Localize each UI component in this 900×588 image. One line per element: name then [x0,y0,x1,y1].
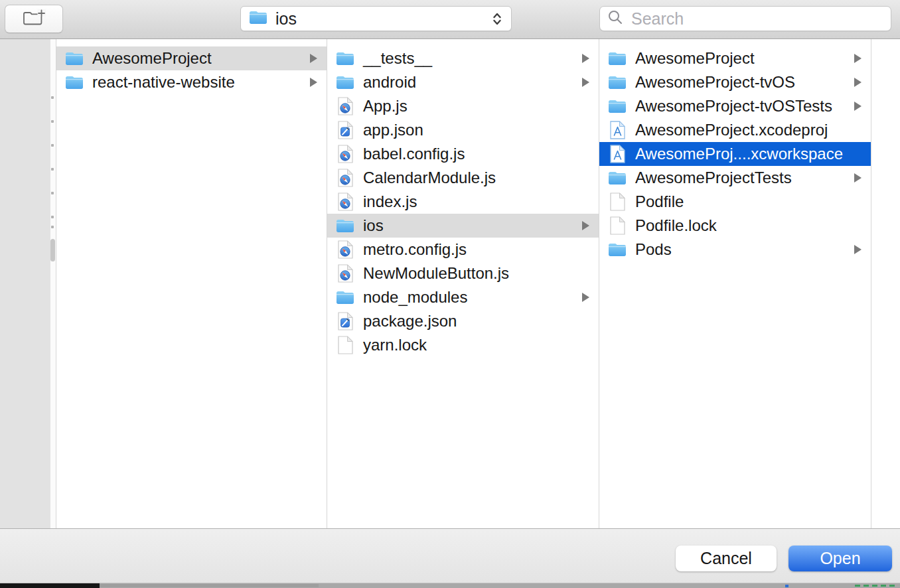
item-label: CalendarModule.js [363,169,496,187]
disclosure-arrow-icon [854,54,862,63]
list-item[interactable]: AwesomeProj....xcworkspace [599,142,871,166]
item-label: AwesomeProject-tvOSTests [635,97,832,115]
search-field [599,6,891,31]
background-window-strip [0,583,900,588]
list-item[interactable]: metro.config.js [327,238,599,261]
list-item[interactable]: app.json [327,118,599,142]
json-file-icon [335,311,355,331]
item-label: android [363,73,416,92]
tick-mark [51,168,54,171]
list-item[interactable]: node_modules [327,285,599,309]
js-file-icon [335,144,355,164]
list-item[interactable]: NewModuleButton.js [327,261,599,285]
json-file-icon [335,120,355,140]
item-label: Pods [635,240,672,259]
disclosure-arrow-icon [582,221,589,230]
xcode-file-icon [607,144,627,164]
item-label: Podfile [635,192,684,211]
list-item[interactable]: AwesomeProject-tvOS [599,70,871,94]
folder-icon [335,287,355,307]
item-label: package.json [363,312,457,331]
folder-icon [249,10,267,27]
file-icon [607,192,627,212]
cancel-button[interactable]: Cancel [676,546,777,571]
list-item[interactable]: Podfile [599,190,871,214]
clipped-column [0,39,56,528]
folder-icon [607,48,627,68]
disclosure-arrow-icon [582,54,589,63]
list-item[interactable]: AwesomeProject [599,46,871,70]
list-item[interactable]: AwesomeProject [56,46,327,70]
list-item[interactable]: CalendarModule.js [327,166,599,190]
chevron-updown-icon [491,11,503,27]
search-input[interactable] [630,9,883,29]
new-folder-button[interactable] [5,5,63,33]
item-label: AwesomeProjectTests [635,169,792,187]
toolbar: ios [0,0,900,39]
empty-column-area [871,39,900,528]
tick-mark [51,120,54,123]
disclosure-arrow-icon [582,293,589,302]
open-file-dialog: ios AwesomeProjectreact-native-website _… [0,0,900,588]
list-item[interactable]: AwesomeProject-tvOSTests [599,94,871,118]
folder-icon [607,168,627,188]
tick-mark [51,226,54,228]
file-column-2: __tests__androidApp.jsapp.jsonbabel.conf… [327,39,599,528]
disclosure-arrow-icon [310,54,317,63]
item-label: App.js [363,97,408,115]
list-item[interactable]: __tests__ [327,46,599,70]
list-item[interactable]: yarn.lock [327,333,599,357]
list-item[interactable]: AwesomeProject.xcodeproj [599,118,871,142]
item-label: AwesomeProject [92,49,212,68]
folder-icon [607,96,627,116]
item-label: AwesomeProject [635,49,755,68]
strip-green-mark [855,585,860,587]
tick-mark [51,216,54,218]
new-folder-icon [22,9,46,29]
folder-icon [64,48,84,68]
strip-green-mark [872,585,877,587]
folder-icon [607,72,627,92]
strip-highlight [0,583,900,583]
path-dropdown[interactable]: ios [240,6,512,31]
search-icon [607,9,623,28]
item-label: ios [363,216,384,235]
disclosure-arrow-icon [854,245,862,254]
js-file-icon [335,96,355,116]
list-item[interactable]: react-native-website [56,70,327,94]
tick-mark [51,192,54,194]
column-browser: AwesomeProjectreact-native-website __tes… [0,39,900,529]
list-item[interactable]: App.js [327,94,599,118]
list-item[interactable]: Podfile.lock [599,214,871,238]
file-icon [607,216,627,236]
list-item[interactable]: AwesomeProjectTests [599,166,871,190]
folder-icon [335,48,355,68]
list-item[interactable]: package.json [327,309,599,333]
list-item[interactable]: babel.config.js [327,142,599,166]
file-icon [335,335,355,355]
js-file-icon [335,192,355,212]
file-column-1: AwesomeProjectreact-native-website [56,39,327,528]
strip-green-mark [889,585,895,587]
list-item[interactable]: android [327,70,599,94]
open-button[interactable]: Open [788,546,892,571]
folder-icon [335,72,355,92]
js-file-icon [335,240,355,259]
tick-mark [51,96,54,99]
disclosure-arrow-icon [854,173,862,183]
item-label: AwesomeProject-tvOS [635,73,795,92]
strip-green-mark [881,585,886,587]
list-item[interactable]: index.js [327,190,599,214]
item-label: react-native-website [92,73,235,92]
strip-segment [100,584,319,587]
item-label: index.js [363,192,417,211]
file-column-3: AwesomeProjectAwesomeProject-tvOSAwesome… [599,39,871,528]
disclosure-arrow-icon [582,78,589,87]
scrollbar-thumb[interactable] [50,239,55,261]
js-file-icon [335,263,355,283]
item-label: Podfile.lock [635,216,717,235]
list-item[interactable]: Pods [599,238,871,261]
list-item[interactable]: ios [327,214,599,238]
folder-icon [607,240,627,259]
item-label: AwesomeProj....xcworkspace [635,145,843,163]
